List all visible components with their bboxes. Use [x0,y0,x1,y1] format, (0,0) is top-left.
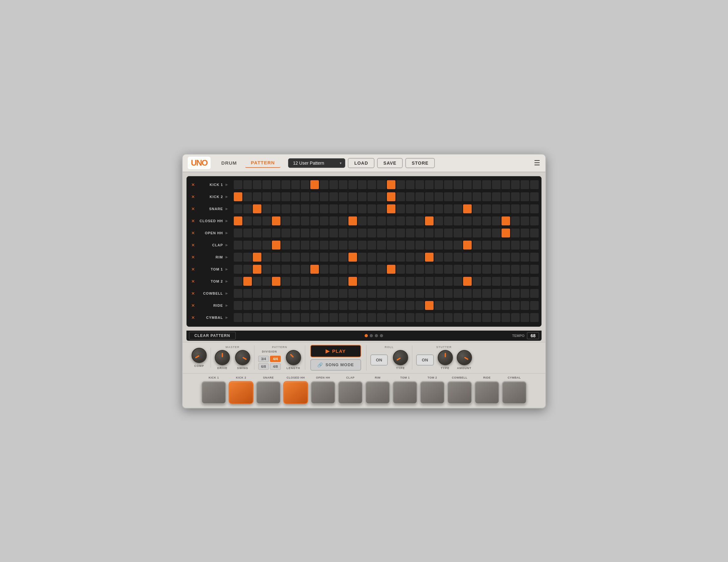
step-4-31[interactable] [530,228,539,237]
pad-1[interactable] [229,381,253,404]
step-2-31[interactable] [530,204,539,213]
step-8-27[interactable] [492,277,501,286]
step-6-11[interactable] [339,253,347,261]
track-play-5[interactable]: ▶ [226,243,232,247]
step-10-27[interactable] [492,301,501,310]
step-2-6[interactable] [291,204,300,213]
step-1-11[interactable] [339,192,347,201]
step-5-9[interactable] [320,240,328,249]
pad-3[interactable] [283,381,308,404]
step-10-22[interactable] [444,301,453,310]
track-play-1[interactable]: ▶ [226,195,232,198]
step-6-29[interactable] [511,253,520,261]
step-6-26[interactable] [482,253,491,261]
pad-9[interactable] [447,381,472,404]
step-3-10[interactable] [329,216,338,225]
step-8-25[interactable] [473,277,481,286]
div-3-4[interactable]: 3/4 [258,356,269,362]
track-mute-0[interactable]: ✕ [189,182,197,187]
step-4-26[interactable] [482,228,491,237]
step-9-2[interactable] [253,289,261,298]
step-1-3[interactable] [262,192,271,201]
stutter-on-button[interactable]: ON [416,355,434,366]
step-10-9[interactable] [320,301,328,310]
step-4-2[interactable] [253,228,261,237]
step-10-30[interactable] [521,301,529,310]
step-11-20[interactable] [425,313,434,322]
step-1-31[interactable] [530,192,539,201]
step-2-8[interactable] [310,204,319,213]
step-8-16[interactable] [387,277,395,286]
step-4-30[interactable] [521,228,529,237]
step-11-19[interactable] [415,313,424,322]
step-5-21[interactable] [435,240,443,249]
step-10-11[interactable] [339,301,347,310]
track-mute-3[interactable]: ✕ [189,218,197,223]
step-7-13[interactable] [358,265,367,274]
step-10-28[interactable] [502,301,510,310]
step-2-3[interactable] [262,204,271,213]
step-3-25[interactable] [473,216,481,225]
step-1-17[interactable] [396,192,405,201]
step-8-6[interactable] [291,277,300,286]
step-1-0[interactable] [234,192,242,201]
step-8-31[interactable] [530,277,539,286]
step-1-27[interactable] [492,192,501,201]
step-9-29[interactable] [511,289,520,298]
step-8-28[interactable] [502,277,510,286]
step-1-25[interactable] [473,192,481,201]
step-8-9[interactable] [320,277,328,286]
step-6-18[interactable] [406,253,415,261]
step-10-15[interactable] [377,301,386,310]
step-6-24[interactable] [463,253,472,261]
step-8-14[interactable] [367,277,376,286]
step-7-19[interactable] [415,265,424,274]
step-7-6[interactable] [291,265,300,274]
step-3-12[interactable] [348,216,357,225]
step-6-25[interactable] [473,253,481,261]
step-4-28[interactable] [502,228,510,237]
step-11-6[interactable] [291,313,300,322]
step-1-14[interactable] [367,192,376,201]
step-11-22[interactable] [444,313,453,322]
track-mute-1[interactable]: ✕ [189,194,197,199]
step-6-20[interactable] [425,253,434,261]
track-mute-9[interactable]: ✕ [189,291,197,296]
pad-5[interactable] [338,381,363,404]
step-0-23[interactable] [454,180,462,189]
step-7-28[interactable] [502,265,510,274]
div-6-8[interactable]: 6/8 [258,363,269,370]
step-4-7[interactable] [301,228,309,237]
step-9-14[interactable] [367,289,376,298]
step-5-25[interactable] [473,240,481,249]
step-8-2[interactable] [253,277,261,286]
step-2-27[interactable] [492,204,501,213]
step-6-6[interactable] [291,253,300,261]
step-0-18[interactable] [406,180,415,189]
step-3-7[interactable] [301,216,309,225]
page-dot-1[interactable] [365,334,368,337]
stutter-amount-knob[interactable] [457,350,472,365]
step-3-8[interactable] [310,216,319,225]
step-4-6[interactable] [291,228,300,237]
step-9-6[interactable] [291,289,300,298]
load-button[interactable]: LOAD [348,158,374,168]
step-6-13[interactable] [358,253,367,261]
step-4-11[interactable] [339,228,347,237]
step-0-20[interactable] [425,180,434,189]
step-11-28[interactable] [502,313,510,322]
step-7-23[interactable] [454,265,462,274]
step-5-16[interactable] [387,240,395,249]
step-11-18[interactable] [406,313,415,322]
step-7-8[interactable] [310,265,319,274]
div-4-4[interactable]: 4/4 [270,356,280,362]
step-3-13[interactable] [358,216,367,225]
step-7-26[interactable] [482,265,491,274]
step-5-31[interactable] [530,240,539,249]
step-10-16[interactable] [387,301,395,310]
step-10-23[interactable] [454,301,462,310]
length-knob[interactable] [286,350,301,365]
track-mute-11[interactable]: ✕ [189,315,197,320]
step-7-22[interactable] [444,265,453,274]
step-0-13[interactable] [358,180,367,189]
